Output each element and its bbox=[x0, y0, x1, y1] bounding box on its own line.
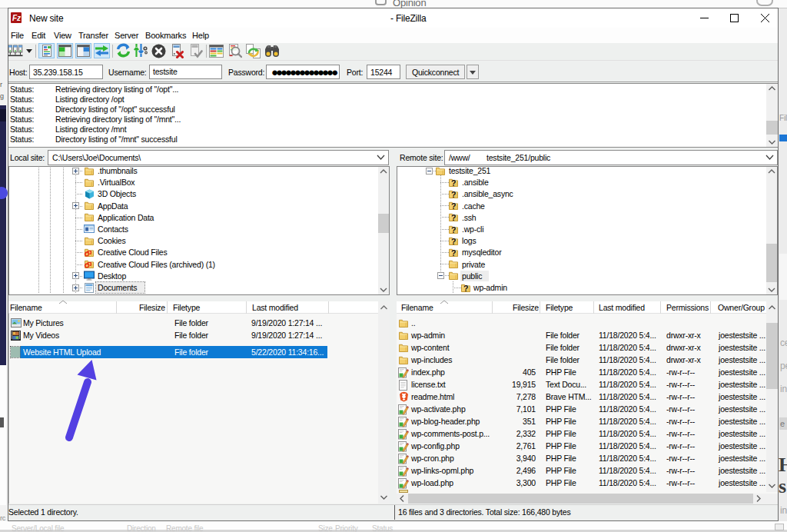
svg-text:?: ? bbox=[451, 201, 456, 211]
svg-text:?: ? bbox=[451, 225, 456, 234]
svg-text:?: ? bbox=[451, 178, 456, 188]
svg-text:?: ? bbox=[451, 248, 456, 258]
svg-text:?: ? bbox=[463, 284, 468, 293]
svg-text:Fz: Fz bbox=[12, 14, 21, 22]
svg-text:?: ? bbox=[451, 190, 456, 199]
svg-text:?: ? bbox=[451, 213, 456, 222]
svg-text:?: ? bbox=[451, 237, 456, 246]
